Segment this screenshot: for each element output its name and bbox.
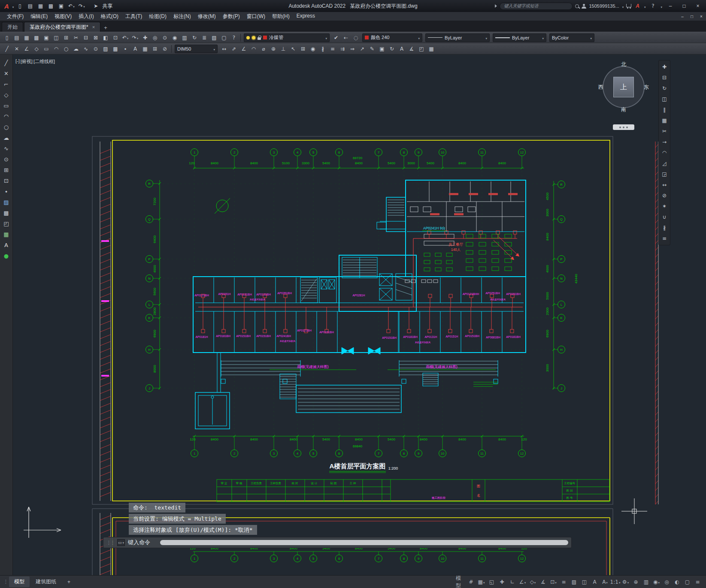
xline-icon[interactable]: ✕	[12, 45, 21, 53]
offset-icon[interactable]: ∥	[659, 105, 670, 115]
point-icon[interactable]: ∙	[1, 187, 12, 196]
dim-baseline-icon[interactable]: ⇒	[348, 45, 357, 53]
dim-diameter-icon[interactable]: ⊕	[269, 45, 278, 53]
paste-icon[interactable]: ⊠	[91, 33, 100, 42]
isolate-objects-icon[interactable]: ◎	[662, 578, 672, 586]
autodesk-menu-caret[interactable]	[644, 2, 646, 10]
user-avatar-icon[interactable]	[582, 4, 586, 9]
gradient-icon[interactable]: ▩	[111, 45, 120, 53]
dim-radius-icon[interactable]: ⌀	[259, 45, 268, 53]
dimstyle-dropdown-caret[interactable]	[213, 46, 215, 51]
maximize-button[interactable]: □	[679, 2, 690, 10]
share-button[interactable]: ➤ 共享	[91, 2, 112, 10]
open-file-icon[interactable]: ▤	[12, 33, 21, 42]
polyline-icon[interactable]: ⌐	[1, 79, 12, 89]
plot-icon[interactable]: ▣	[56, 2, 66, 10]
erase-icon[interactable]: ⊘	[659, 191, 670, 200]
layer-previous-icon[interactable]: ⇠	[341, 33, 351, 42]
open-file-icon[interactable]: ▤	[25, 2, 35, 10]
join-icon[interactable]: ∪	[659, 212, 670, 222]
layer-properties-icon[interactable]: ≣	[200, 33, 209, 42]
graphics-performance-icon[interactable]: ◐	[672, 578, 682, 586]
table-icon[interactable]: ▦	[140, 45, 150, 53]
zoom-realtime-icon[interactable]: ◎	[150, 33, 160, 42]
extend-icon[interactable]: →	[659, 137, 670, 147]
help-icon[interactable]: ?	[229, 33, 239, 42]
region-icon[interactable]: ◰	[1, 219, 12, 228]
render-ball-icon[interactable]: ●	[1, 251, 12, 260]
spline-icon[interactable]: ∿	[1, 144, 12, 153]
linetype-dropdown[interactable]: ByLayer	[425, 33, 490, 42]
scale-icon[interactable]: ◲	[659, 169, 670, 179]
menu-view[interactable]: 视图(V)	[51, 12, 75, 21]
properties-icon[interactable]: ≡	[659, 234, 670, 243]
polygon-icon[interactable]: ◇	[1, 90, 12, 100]
make-block-icon[interactable]: ⊡	[1, 176, 12, 185]
layout-tabs-grip[interactable]	[3, 579, 8, 585]
add-layout-button[interactable]: +	[62, 577, 76, 587]
match-properties-icon[interactable]: ◧	[101, 33, 110, 42]
save-icon[interactable]: ▦	[22, 33, 31, 42]
zoom-previous-icon[interactable]: ◉	[170, 33, 179, 42]
polygon-icon[interactable]: ◇	[32, 45, 41, 53]
menu-parametric[interactable]: 参数(P)	[219, 12, 243, 21]
properties-palette-icon[interactable]: ▢	[219, 33, 229, 42]
hatch-icon[interactable]: ▨	[1, 197, 12, 207]
doc-minimize-button[interactable]: –	[678, 12, 687, 20]
infer-constraints-icon[interactable]: ◱	[487, 578, 497, 586]
dimstyle-dropdown[interactable]: DIM50	[175, 45, 218, 53]
grid-icon[interactable]: #	[466, 578, 476, 586]
tab-layout-jianzhutuzhi[interactable]: 建筑图纸	[30, 576, 61, 587]
undo-icon[interactable]: ↶	[121, 33, 130, 42]
color-dropdown[interactable]: 颜色 240	[362, 33, 422, 42]
lock-ui-icon[interactable]: ◉	[651, 578, 661, 586]
revcloud-icon[interactable]: ☁	[1, 133, 12, 142]
model-space-canvas[interactable]	[13, 54, 706, 575]
dim-aligned-icon[interactable]: ⇗	[229, 45, 239, 53]
user-menu-caret[interactable]	[622, 2, 624, 10]
stretch-icon[interactable]: ↔	[659, 180, 670, 190]
dynamic-input-icon[interactable]: ✚	[497, 578, 507, 586]
polar-icon[interactable]: ∠	[518, 578, 527, 586]
customization-icon[interactable]: ≡	[693, 578, 703, 586]
menu-modify[interactable]: 修改(M)	[194, 12, 219, 21]
line-icon[interactable]: ╱	[1, 58, 12, 67]
ortho-icon[interactable]: ∟	[507, 578, 517, 586]
fillet-icon[interactable]: ◠	[659, 148, 670, 157]
dim-break-icon[interactable]: ∦	[318, 45, 327, 53]
dim-linear-icon[interactable]: ↔	[219, 45, 229, 53]
command-options-icon[interactable]: ▭	[117, 539, 125, 546]
xline-icon[interactable]: ✕	[1, 69, 12, 78]
mtext-icon[interactable]: A	[1, 240, 12, 250]
layer-dropdown-caret[interactable]	[325, 35, 327, 40]
command-line-grip[interactable]	[106, 540, 114, 546]
named-views-icon[interactable]: ▥	[180, 33, 189, 42]
revcloud-icon[interactable]: ☁	[71, 45, 81, 53]
qleader-icon[interactable]: ↖	[288, 45, 298, 53]
polyline-icon[interactable]: ∠	[22, 45, 31, 53]
copy-clip-icon[interactable]: ⊟	[81, 33, 91, 42]
annotation-monitor-icon[interactable]: ⊕	[631, 578, 641, 586]
doc-close-button[interactable]: ×	[697, 12, 706, 20]
new-tab-button[interactable]: +	[101, 23, 110, 32]
compass-south[interactable]: 南	[621, 106, 626, 113]
clean-screen-icon[interactable]: ▢	[682, 578, 692, 586]
zoom-window-icon[interactable]: ⊙	[160, 33, 170, 42]
spline-icon[interactable]: ∿	[81, 45, 91, 53]
line-icon[interactable]: ╱	[2, 45, 12, 53]
layer-dropdown[interactable]: 冷媒管	[244, 33, 330, 42]
menu-tools[interactable]: 工具(T)	[122, 12, 145, 21]
layer-unlock-icon[interactable]	[258, 37, 261, 40]
region-icon[interactable]: ◰	[417, 45, 426, 53]
break-icon[interactable]: ∦	[659, 223, 670, 232]
lineweight-dropdown-caret[interactable]	[542, 35, 544, 40]
plot-icon[interactable]: ▣	[42, 33, 51, 42]
app-store-cart-icon[interactable]	[626, 4, 631, 7]
table-icon[interactable]: ▦	[1, 229, 12, 239]
save-as-icon[interactable]: ▩	[32, 33, 41, 42]
dim-center-icon[interactable]: ◉	[308, 45, 318, 53]
explode-icon[interactable]: ✶	[659, 202, 670, 211]
workspace-icon[interactable]: ⚙	[621, 578, 630, 586]
chamfer-icon[interactable]: ◿	[659, 159, 670, 168]
insert-block-icon[interactable]: ⊞	[1, 165, 12, 175]
